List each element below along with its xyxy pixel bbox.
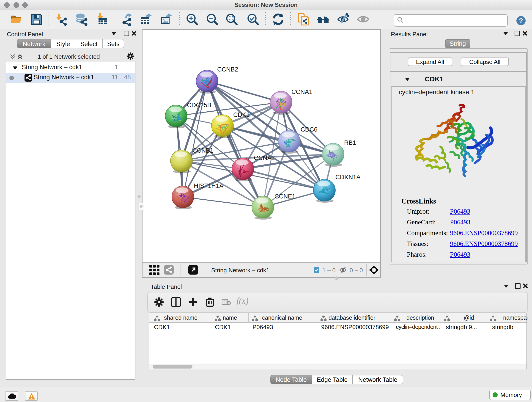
svg-text:?: ? [519,17,523,24]
svg-text:CCNB2: CCNB2 [217,66,238,73]
svg-text:CDK1: CDK1 [233,111,250,118]
svg-text:CCNA1: CCNA1 [291,89,312,95]
svg-text:CCNE1: CCNE1 [274,193,296,200]
svg-text:HIST1H1A: HIST1H1A [194,182,223,189]
svg-text:CDKN1A: CDKN1A [336,174,361,181]
svg-text:CCNA2: CCNA2 [254,154,275,161]
svg-text:CDC6: CDC6 [301,126,317,133]
svg-text:CDC25B: CDC25B [187,102,211,109]
svg-text:RB1: RB1 [344,139,356,146]
svg-text:CCNB1: CCNB1 [192,147,214,154]
